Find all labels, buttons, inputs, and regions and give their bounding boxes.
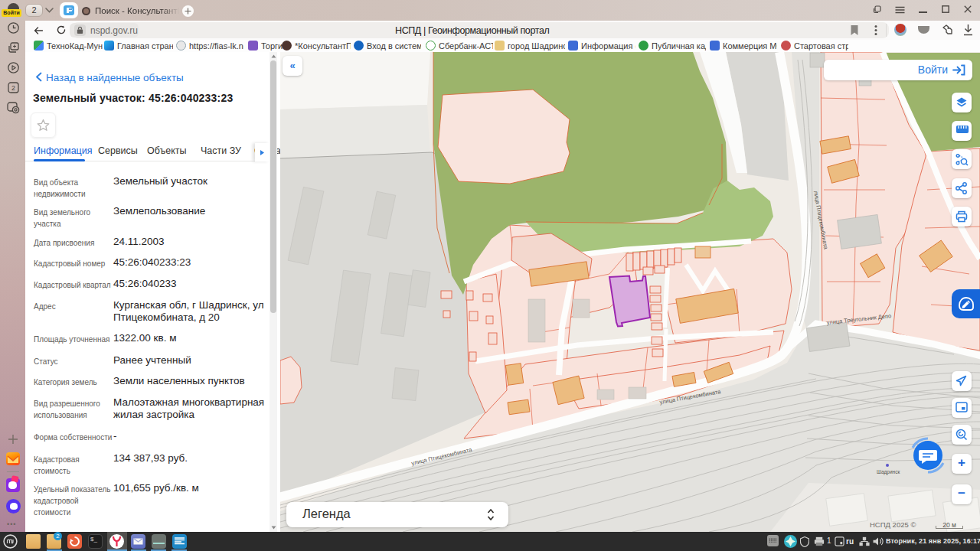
svg-text:2: 2 (11, 84, 15, 92)
svg-text:Шадринск: Шадринск (877, 469, 900, 475)
